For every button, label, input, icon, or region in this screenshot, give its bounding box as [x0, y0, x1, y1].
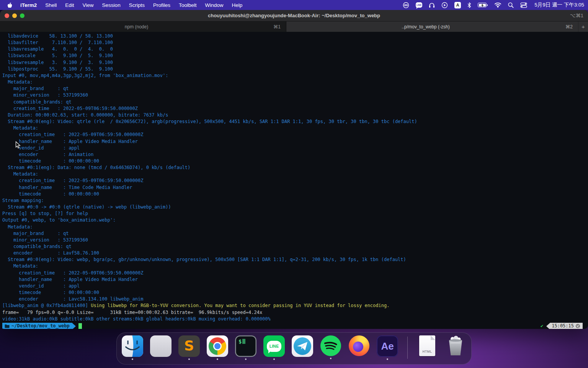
window-shortcut: ⌥⌘1: [570, 13, 588, 18]
running-indicator: [188, 358, 190, 360]
spotlight-icon[interactable]: [508, 2, 514, 8]
new-tab-button[interactable]: +: [578, 21, 588, 32]
terminal-line: video:31kB audio:0kB subtitle:0kB other …: [2, 316, 588, 322]
menu-help[interactable]: Help: [227, 2, 247, 8]
terminal-line: handler_name : Apple Video Media Handler: [2, 276, 588, 283]
prompt-path-segment: ~/Desktop/mov_to_webp: [2, 323, 72, 329]
menu-session[interactable]: Session: [98, 2, 125, 8]
tab-mov-to-webp[interactable]: ..p/mov_to_webp (-zsh) ⌘2: [286, 21, 578, 32]
terminal-line: Metadata:: [2, 263, 588, 269]
dock: S $ LINE Ae: [116, 332, 472, 365]
shell-prompt: ~/Desktop/mov_to_webp ✔ 15:05:15: [2, 323, 588, 329]
terminal-line: [libwebp_anim @ 0x7fb4ad811400] Using li…: [2, 302, 588, 309]
terminal-line: Duration: 00:00:02.63, start: 0.000000, …: [2, 112, 588, 118]
input-method-icon[interactable]: A: [454, 2, 461, 8]
terminal-line: Stream #0:0(eng): Video: qtrle (rle / 0x…: [2, 118, 588, 125]
terminal-line: libpostproc 55. 9.100 / 55. 9.100: [2, 66, 588, 72]
dock-chrome[interactable]: [206, 335, 229, 360]
dock-firefox[interactable]: [348, 335, 370, 359]
terminal-line: creation_time : 2022-05-09T06:59:50.0000…: [2, 131, 588, 138]
tab-shortcut: ⌘1: [273, 24, 286, 30]
control-center-icon[interactable]: [520, 2, 527, 8]
menu-window[interactable]: Window: [201, 2, 227, 8]
terminal-line: timecode : 00:00:00:00: [2, 289, 588, 296]
menu-edit[interactable]: Edit: [61, 2, 78, 8]
line-status-icon[interactable]: LINE: [416, 2, 422, 8]
window-title-bar: chouyuuhitoshi@zhangyoujunde-MacBook-Air…: [0, 10, 588, 21]
dock-sublime-text[interactable]: S: [178, 335, 200, 360]
menu-toolbelt[interactable]: Toolbelt: [175, 2, 201, 8]
html-file-icon: HTML: [419, 335, 435, 356]
terminal-line: Metadata:: [2, 171, 588, 177]
close-button[interactable]: [5, 13, 9, 18]
prompt-directory: ~/Desktop/mov_to_webp: [11, 323, 70, 329]
dock-telegram[interactable]: [291, 335, 314, 360]
firefox-icon: [349, 335, 369, 356]
running-indicator: [273, 358, 275, 360]
tab-label: npm (node): [0, 24, 273, 30]
zoom-button[interactable]: [20, 13, 24, 18]
running-indicator: [217, 358, 218, 360]
window-title: chouyuuhitoshi@zhangyoujunde-MacBook-Air…: [0, 13, 588, 18]
terminal-line: timecode : 00:00:00:00: [2, 158, 588, 164]
terminal-line: minor_version : 537199360: [2, 237, 588, 243]
headphones-icon[interactable]: [429, 2, 435, 8]
play-circle-icon[interactable]: [441, 2, 448, 8]
dock-separator: [405, 335, 410, 359]
terminal-line: major_brand : qt: [2, 85, 588, 92]
dock-html-file[interactable]: HTML: [416, 335, 438, 359]
menu-profiles[interactable]: Profiles: [149, 2, 175, 8]
terminal-line: Stream mapping:: [2, 197, 588, 204]
dock-trash[interactable]: [444, 335, 467, 359]
terminal-line: vendor_id : appl: [2, 283, 588, 289]
terminal-line: handler_name : Apple Video Media Handler: [2, 138, 588, 145]
minimize-button[interactable]: [12, 13, 17, 18]
terminal-line: Stream #0:0(eng): Video: webp, bgra(pc, …: [2, 256, 588, 263]
dock-iterm[interactable]: $: [235, 335, 257, 360]
terminal-line: Metadata:: [2, 125, 588, 131]
tab-npm-node[interactable]: npm (node) ⌘1: [0, 21, 286, 32]
after-effects-icon: Ae: [377, 335, 398, 357]
terminal-line: libavdevice 58. 13.100 / 58. 13.100: [2, 33, 588, 39]
terminal-line: handler_name : Time Code Media Handler: [2, 184, 588, 191]
wifi-icon[interactable]: [494, 2, 501, 8]
bluetooth-icon[interactable]: [467, 2, 471, 8]
terminal-line: Output #0, webp, to 'box_animation.webp'…: [2, 217, 588, 223]
terminal-line: major_brand : qt: [2, 230, 588, 237]
dock-finder[interactable]: [121, 335, 144, 360]
menu-view[interactable]: View: [78, 2, 98, 8]
line-icon: LINE: [263, 335, 285, 357]
terminal-line: encoder : Animation: [2, 151, 588, 158]
terminal-cursor: [78, 323, 82, 329]
terminal-line: creation_time : 2022-05-09T06:59:50.0000…: [2, 177, 588, 184]
dock-line[interactable]: LINE: [263, 335, 285, 360]
menu-scripts[interactable]: Scripts: [125, 2, 149, 8]
menu-iterm2[interactable]: iTerm2: [16, 2, 41, 8]
terminal-line: creation_time : 2022-05-09T06:59:50.0000…: [2, 270, 588, 276]
terminal-line: compatible_brands: qt: [2, 243, 588, 250]
terminal-line: libavfilter 7.110.100 / 7.110.100: [2, 39, 588, 46]
battery-icon[interactable]: [478, 3, 488, 7]
creative-cloud-icon[interactable]: [403, 2, 409, 8]
menu-shell[interactable]: Shell: [41, 2, 61, 8]
terminal-line: Input #0, mov,mp4,m4a,3gp,3g2,mj2, from …: [2, 72, 588, 79]
running-indicator: [330, 358, 332, 359]
menu-bar: iTerm2ShellEditViewSessionScriptsProfile…: [0, 0, 588, 10]
trash-icon: [447, 335, 464, 356]
apple-menu-icon[interactable]: [7, 2, 13, 8]
terminal-content[interactable]: libavdevice 58. 13.100 / 58. 13.100 liba…: [0, 32, 588, 329]
terminal-line: minor_version : 537199360: [2, 92, 588, 99]
chrome-icon: [207, 335, 228, 357]
terminal-line: Press [q] to stop, [?] for help: [2, 210, 588, 217]
tab-shortcut: ⌘2: [565, 24, 578, 30]
menu-clock[interactable]: 5月9日 週一 下午3:05: [534, 2, 584, 8]
sublime-text-icon: S: [178, 335, 200, 357]
terminal-line: timecode : 00:00:00:00: [2, 191, 588, 197]
chip-arrow: [546, 323, 550, 329]
dock-spotify[interactable]: [320, 335, 342, 359]
running-indicator: [245, 358, 247, 360]
dock-launchpad[interactable]: [150, 335, 172, 360]
terminal-line: frame= 79 fps=0.0 q=-0.0 Lsize= 31kB tim…: [2, 309, 588, 316]
dock-after-effects[interactable]: Ae: [376, 335, 399, 360]
terminal-line: vendor_id : appl: [2, 145, 588, 151]
